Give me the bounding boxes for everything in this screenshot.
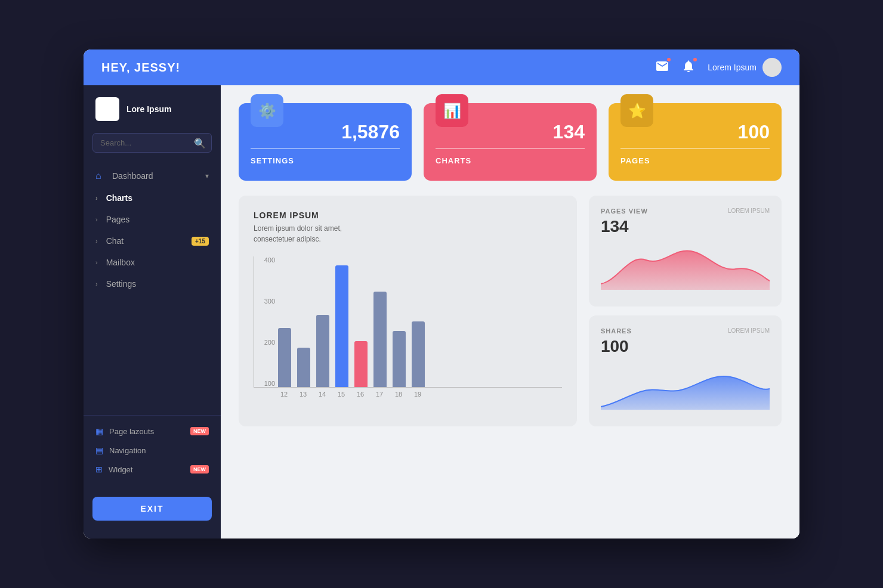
sidebar-label-widget: Widget — [109, 465, 132, 474]
sidebar-label-navigation: Navigation — [109, 446, 146, 455]
widget-icon: ⊞ — [95, 465, 103, 474]
x-label: 12 — [277, 391, 291, 398]
sidebar-item-settings[interactable]: › Settings — [84, 273, 221, 295]
sidebar-label-settings: Settings — [106, 279, 137, 289]
layout-icon: ▦ — [95, 426, 103, 436]
settings-label: SETTINGS — [251, 156, 400, 165]
mini-chart-title-shares: SHARES — [601, 327, 632, 335]
sidebar-label-dashboard: Dashboard — [112, 171, 153, 181]
stat-card-settings: ⚙️ 1,5876 SETTINGS — [239, 103, 412, 181]
arrow-icon: › — [95, 216, 98, 223]
bar — [316, 315, 329, 387]
divider — [620, 148, 770, 149]
arrow-icon: › — [95, 194, 98, 202]
y-label: 300 — [254, 298, 275, 305]
bar — [373, 292, 387, 387]
bar — [393, 331, 406, 387]
search-container: 🔍 — [92, 133, 212, 153]
sidebar-item-dashboard[interactable]: ⌂ Dashboard ▾ — [84, 165, 221, 187]
user-info: Lorem Ipsum — [708, 58, 782, 77]
bar-chart-container: LOREM IPSUM Lorem ipsum dolor sit amet,c… — [239, 196, 577, 426]
mini-chart-lorem-pages: LOREM IPSUM — [728, 208, 770, 214]
bell-badge — [692, 57, 698, 63]
sidebar-label-chat: Chat — [106, 236, 124, 246]
x-label: 18 — [392, 391, 405, 398]
arrow-icon: › — [95, 259, 98, 266]
header: HEY, JESSY! Lorem Ipsum — [84, 49, 799, 85]
bar-chart: 100 200 300 400 1213141516171819 — [254, 256, 562, 411]
app-body: Lore Ipsum 🔍 ⌂ Dashboard ▾ › Charts — [84, 85, 799, 539]
x-label: 15 — [335, 391, 348, 398]
sidebar-label-pages: Pages — [106, 215, 130, 224]
bar — [412, 321, 425, 387]
app-window: HEY, JESSY! Lorem Ipsum Lore Ipsum — [84, 49, 799, 539]
divider — [251, 148, 400, 149]
divider — [436, 148, 585, 149]
exit-button[interactable]: EXIT — [92, 497, 212, 521]
sidebar-item-chat[interactable]: › Chat +15 — [84, 230, 221, 252]
arrow-icon: › — [95, 237, 98, 245]
x-label: 19 — [411, 391, 424, 398]
chat-badge: +15 — [192, 237, 209, 246]
mini-chart-lorem-shares: LOREM IPSUM — [728, 327, 770, 334]
shares-number: 100 — [601, 337, 632, 356]
mini-chart-title: PAGES VIEW — [601, 208, 648, 215]
y-label: 100 — [254, 380, 275, 387]
mini-chart-shares: SHARES 100 LOREM IPSUM — [589, 315, 782, 426]
arrow-icon: › — [95, 280, 98, 287]
stat-card-pages: ⭐ 100 PAGES — [609, 103, 782, 181]
mail-badge — [666, 57, 672, 63]
sidebar-item-page-layouts[interactable]: ▦ Page lazouts NEW — [84, 422, 221, 441]
x-axis-labels: 1213141516171819 — [254, 391, 562, 398]
page-title: HEY, JESSY! — [101, 61, 180, 75]
y-label: 200 — [254, 339, 275, 346]
sidebar-profile: Lore Ipsum — [84, 97, 221, 133]
user-avatar — [762, 58, 782, 77]
sidebar-item-pages[interactable]: › Pages — [84, 209, 221, 230]
nav-section: ⌂ Dashboard ▾ › Charts › Pages › Chat — [84, 165, 221, 409]
sidebar-item-charts[interactable]: › Charts — [84, 187, 221, 209]
sidebar-item-navigation[interactable]: ▤ Navigation — [84, 441, 221, 460]
charts-label: CHARTS — [436, 156, 585, 165]
sidebar-label-mailbox: Mailbox — [106, 258, 135, 267]
y-label: 400 — [254, 256, 275, 264]
mini-charts-column: PAGES VIEW 134 LOREM IPSUM — [589, 196, 782, 426]
mini-chart-pages-view: PAGES VIEW 134 LOREM IPSUM — [589, 196, 782, 307]
y-axis-labels: 100 200 300 400 — [254, 256, 275, 387]
bell-icon[interactable] — [681, 59, 696, 76]
chevron-icon: ▾ — [205, 172, 209, 180]
settings-card-icon: ⚙️ — [251, 94, 283, 127]
area-chart-pages — [601, 242, 770, 290]
stat-card-charts: 📊 134 CHARTS — [424, 103, 597, 181]
profile-avatar — [95, 97, 119, 121]
sidebar-label-page-layouts: Page lazouts — [109, 427, 154, 436]
search-icon: 🔍 — [194, 137, 206, 148]
pages-label: PAGES — [620, 156, 770, 165]
pages-view-number: 134 — [601, 217, 648, 236]
bar-chart-inner: 100 200 300 400 — [254, 256, 562, 388]
new-badge: NEW — [190, 427, 209, 435]
charts-area: LOREM IPSUM Lorem ipsum dolor sit amet,c… — [239, 196, 782, 426]
charts-card-icon: 📊 — [436, 94, 468, 127]
mini-chart-header: PAGES VIEW 134 LOREM IPSUM — [601, 208, 770, 236]
home-icon: ⌂ — [95, 171, 106, 181]
main-content: ⚙️ 1,5876 SETTINGS 📊 134 CHARTS ⭐ 100 PA… — [221, 85, 799, 539]
mini-chart-header-shares: SHARES 100 LOREM IPSUM — [601, 327, 770, 356]
sidebar-item-mailbox[interactable]: › Mailbox — [84, 252, 221, 273]
mail-icon[interactable] — [655, 59, 669, 76]
mini-chart-title-pages: PAGES VIEW 134 — [601, 208, 648, 236]
user-name: Lorem Ipsum — [708, 63, 757, 72]
pages-card-icon: ⭐ — [620, 94, 653, 127]
x-label: 17 — [373, 391, 386, 398]
bar-chart-title: LOREM IPSUM — [254, 211, 562, 220]
bar — [335, 265, 348, 387]
bar — [278, 328, 291, 387]
area-chart-shares — [601, 362, 770, 410]
x-label: 13 — [297, 391, 310, 398]
x-label: 16 — [354, 391, 367, 398]
stat-cards-row: ⚙️ 1,5876 SETTINGS 📊 134 CHARTS ⭐ 100 PA… — [239, 103, 782, 181]
sidebar-label-charts: Charts — [106, 193, 132, 203]
new-badge-widget: NEW — [190, 465, 209, 474]
sidebar: Lore Ipsum 🔍 ⌂ Dashboard ▾ › Charts — [84, 85, 221, 539]
sidebar-item-widget[interactable]: ⊞ Widget NEW — [84, 460, 221, 479]
